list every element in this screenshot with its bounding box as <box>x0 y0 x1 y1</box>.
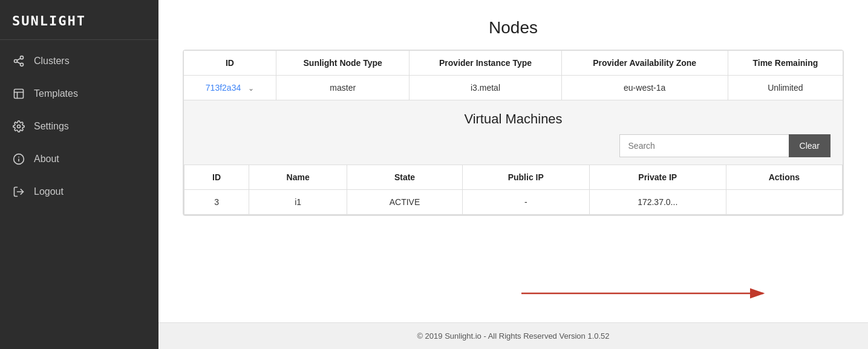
svg-line-4 <box>17 58 21 60</box>
sidebar: SUNLIGHT Clusters Templates <box>0 0 158 349</box>
sidebar-item-label: About <box>34 154 59 165</box>
vm-col-private-ip: Private IP <box>589 165 726 190</box>
clear-button[interactable]: Clear <box>789 134 830 157</box>
table-row: 3 i1 ACTIVE - 172.37.0... <box>184 190 843 215</box>
col-id: ID <box>184 51 276 76</box>
svg-line-3 <box>17 62 21 64</box>
vm-table: ID Name State Public IP Private IP Actio… <box>184 165 843 215</box>
vm-public-ip: - <box>462 190 589 215</box>
vm-col-id: ID <box>184 165 249 190</box>
template-icon <box>12 87 25 100</box>
svg-point-8 <box>18 125 21 128</box>
vm-name: i1 <box>249 190 347 215</box>
vm-col-name: Name <box>249 165 347 190</box>
vm-table-wrap: ID Name State Public IP Private IP Actio… <box>184 165 843 215</box>
col-node-type: Sunlight Node Type <box>276 51 410 76</box>
vm-actions-cell <box>726 190 842 215</box>
vm-section-title: Virtual Machines <box>184 100 843 134</box>
sidebar-nav: Clusters Templates Settings <box>0 45 158 349</box>
instance-type-cell: i3.metal <box>410 76 561 100</box>
info-icon <box>12 152 25 166</box>
page-title: Nodes <box>183 18 844 38</box>
vm-col-actions: Actions <box>726 165 842 190</box>
sidebar-item-label: Clusters <box>34 56 70 67</box>
col-instance-type: Provider Instance Type <box>410 51 561 76</box>
time-remaining-cell: Unlimited <box>728 76 843 100</box>
chevron-up-icon: ⌄ <box>248 84 254 93</box>
share-icon <box>12 54 25 68</box>
page-body: Nodes ID Sunlight Node Type Provider Ins… <box>158 0 868 322</box>
gear-icon <box>12 120 25 133</box>
col-time-remaining: Time Remaining <box>728 51 843 76</box>
logout-icon <box>12 185 25 198</box>
nodes-table-wrap: ID Sunlight Node Type Provider Instance … <box>183 50 844 216</box>
sidebar-item-settings[interactable]: Settings <box>0 110 158 143</box>
footer: © 2019 Sunlight.io - All Rights Reserved… <box>158 322 868 349</box>
availability-zone-cell: eu-west-1a <box>561 76 728 100</box>
vm-state: ACTIVE <box>347 190 462 215</box>
svg-rect-5 <box>15 90 24 99</box>
sidebar-item-label: Templates <box>34 88 78 99</box>
sidebar-item-label: Settings <box>34 121 69 132</box>
vm-search-bar: Clear <box>184 134 843 165</box>
app-logo: SUNLIGHT <box>0 0 158 40</box>
sidebar-item-about[interactable]: About <box>0 143 158 175</box>
nodes-table: ID Sunlight Node Type Provider Instance … <box>183 50 843 100</box>
table-row: 713f2a34 ⌄ master i3.metal eu-west-1a Un… <box>184 76 843 100</box>
main-content: Nodes ID Sunlight Node Type Provider Ins… <box>158 0 868 349</box>
sidebar-item-templates[interactable]: Templates <box>0 77 158 110</box>
node-type-cell: master <box>276 76 410 100</box>
node-id-link[interactable]: 713f2a34 <box>206 83 241 93</box>
col-availability-zone: Provider Availability Zone <box>561 51 728 76</box>
vm-id: 3 <box>184 190 249 215</box>
node-id-cell: 713f2a34 ⌄ <box>184 76 276 100</box>
sidebar-item-label: Logout <box>34 186 64 197</box>
move-vm-arrow-annotation <box>521 281 775 308</box>
logo-text: SUNLIGHT <box>12 13 86 28</box>
sidebar-item-logout[interactable]: Logout <box>0 175 158 208</box>
footer-text: © 2019 Sunlight.io - All Rights Reserved… <box>417 331 609 341</box>
vm-section: Virtual Machines Clear ID Name State Pub… <box>183 100 843 215</box>
vm-col-public-ip: Public IP <box>462 165 589 190</box>
sidebar-item-clusters[interactable]: Clusters <box>0 45 158 77</box>
search-input[interactable] <box>619 134 789 157</box>
vm-col-state: State <box>347 165 462 190</box>
vm-private-ip: 172.37.0... <box>589 190 726 215</box>
